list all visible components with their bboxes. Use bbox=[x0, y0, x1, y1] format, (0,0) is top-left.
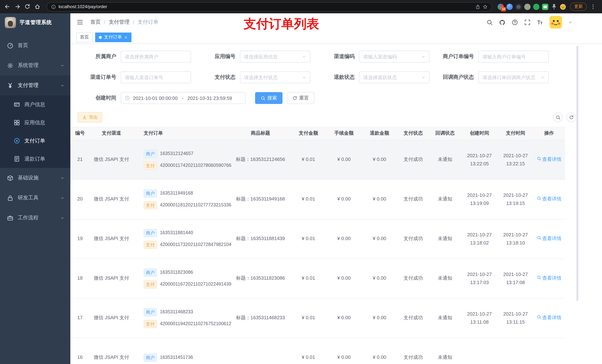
pay-time-cell: 2021-10-2713:18:10 bbox=[498, 219, 533, 259]
reset-button[interactable]: 重置 bbox=[287, 92, 314, 104]
merchant-tag-badge: 商户 bbox=[144, 354, 157, 362]
view-detail-link[interactable]: 查看详情 bbox=[537, 156, 561, 164]
extension-dark-icon[interactable] bbox=[515, 3, 522, 10]
reload-button[interactable] bbox=[24, 3, 31, 10]
create-time-cell bbox=[461, 338, 498, 364]
refresh-table-icon[interactable] bbox=[567, 113, 576, 122]
app-title: 芋道管理系统 bbox=[20, 19, 52, 26]
filter-app-no-field[interactable] bbox=[244, 54, 300, 59]
pay-order-cell: 商户1635311823086支付42000011672021102710224… bbox=[133, 259, 230, 298]
view-detail-link[interactable]: 查看详情 bbox=[537, 195, 561, 203]
toggle-search-icon[interactable] bbox=[553, 113, 563, 122]
page-header: 首页/支付管理/支付订单 支付订单列表 bbox=[70, 13, 602, 31]
extensions-pin-icon[interactable] bbox=[551, 3, 557, 10]
home-button[interactable] bbox=[34, 3, 41, 10]
extension-olive-icon[interactable] bbox=[524, 3, 531, 10]
sidebar-item-home[interactable]: 首页 bbox=[0, 35, 70, 55]
column-header: 退款金额 bbox=[362, 126, 397, 140]
pay-amount-cell: ¥ 0.01 bbox=[291, 298, 326, 338]
browser-menu-icon[interactable] bbox=[589, 3, 597, 10]
order-numbers: 商户1635311451736 bbox=[135, 354, 229, 362]
pay-order-cell: 商户1635311451736 bbox=[133, 338, 230, 364]
sidebar-item-refund-order[interactable]: 退款订单 bbox=[0, 150, 70, 168]
search-button[interactable]: 搜索 bbox=[255, 92, 282, 104]
search-icon bbox=[537, 156, 541, 164]
filter-app-no-select[interactable] bbox=[240, 51, 310, 62]
view-detail-link[interactable]: 查看详情 bbox=[537, 274, 561, 282]
browser-update-button[interactable]: 更新 bbox=[570, 3, 587, 11]
sidebar-item-payment[interactable]: 支付管理 bbox=[0, 75, 70, 95]
export-button[interactable]: 导出 bbox=[78, 112, 102, 123]
order-numbers: 商户1635312124657支付42000011742021102780605… bbox=[135, 150, 229, 170]
pay-time-cell: 2021-10-2713:17:08 bbox=[498, 259, 533, 298]
order-numbers: 商户1635311881440支付42000011732021102728479… bbox=[135, 229, 229, 249]
filter-notify-status-select[interactable] bbox=[478, 71, 549, 83]
filter-channel-code: 渠道编码 bbox=[316, 51, 430, 62]
view-detail-link[interactable]: 查看详情 bbox=[537, 235, 561, 243]
view-detail-link[interactable]: 查看详情 bbox=[537, 314, 561, 322]
bookmark-star-icon[interactable] bbox=[483, 4, 488, 9]
filter-channel-order-no-input[interactable] bbox=[121, 71, 191, 83]
filter-channel-code-field[interactable] bbox=[363, 54, 419, 59]
filter-label: 所属商户 bbox=[78, 53, 121, 60]
view-detail-label: 查看详情 bbox=[542, 235, 561, 243]
create-time-range-input[interactable]: 2021-10-01 00:00:00 - 2021-10-31 23:59:5… bbox=[121, 92, 246, 104]
sidebar-item-devtools[interactable]: 研发工具 bbox=[0, 188, 70, 208]
breadcrumb-item[interactable]: 支付管理 bbox=[109, 19, 129, 26]
table-row: 16微信 JSAPI 支付商户1635311451736¥ 0.01¥ 0.00… bbox=[70, 338, 565, 364]
tags-view: 首页支付订单 bbox=[70, 31, 602, 44]
pay-order-line: 支付4200001181202110277723215336 bbox=[144, 201, 229, 209]
extension-colorful-icon[interactable]: 10 bbox=[498, 3, 504, 10]
devtools-icon bbox=[7, 195, 13, 201]
filter-pay-status-select[interactable] bbox=[240, 71, 310, 83]
sidebar-item-system[interactable]: 系统管理 bbox=[0, 55, 70, 75]
tab-home[interactable]: 首页 bbox=[76, 32, 93, 42]
sidebar-item-pay-order[interactable]: 支付订单 bbox=[0, 132, 70, 150]
sidebar-item-merchant-info[interactable]: 商户信息 bbox=[0, 95, 70, 114]
pay-channel-cell: 微信 JSAPI 支付 bbox=[90, 219, 133, 259]
site-info-icon[interactable] bbox=[51, 4, 56, 9]
pay-order-icon bbox=[14, 138, 20, 144]
order-id-cell: 21 bbox=[70, 140, 90, 179]
filter-pay-status-field[interactable] bbox=[244, 74, 300, 80]
goods-title-cell: 标题：1635311949168 bbox=[230, 179, 291, 219]
tab-pay-order[interactable]: 支付订单 bbox=[95, 32, 131, 42]
back-button[interactable] bbox=[4, 3, 11, 10]
filter-channel-code-select[interactable] bbox=[359, 51, 430, 62]
sidebar-item-workflow[interactable]: 工作流程 bbox=[0, 208, 70, 228]
font-size-icon[interactable] bbox=[537, 19, 543, 25]
forward-button[interactable] bbox=[14, 3, 21, 10]
filter-merchant-order-no-field[interactable] bbox=[483, 54, 545, 59]
filter-merchant-input[interactable] bbox=[121, 51, 191, 62]
filter-notify-status-field[interactable] bbox=[483, 74, 538, 80]
sidebar-item-app-info[interactable]: 应用信息 bbox=[0, 114, 70, 132]
page-scrollbar[interactable] bbox=[576, 46, 578, 301]
chevron-down-icon bbox=[60, 63, 64, 68]
avatar-caret-icon[interactable] bbox=[568, 20, 572, 24]
breadcrumb-item: 支付订单 bbox=[138, 19, 159, 26]
extension-green-circle-icon[interactable] bbox=[533, 3, 539, 10]
extension-chat-icon[interactable] bbox=[542, 3, 548, 10]
sidebar-item-infrastructure[interactable]: 基础设施 bbox=[0, 168, 70, 188]
user-avatar[interactable] bbox=[549, 16, 562, 29]
filter-merchant-order-no-input[interactable] bbox=[478, 51, 549, 62]
chevron-down-icon bbox=[302, 54, 306, 59]
address-bar[interactable]: localhost:1024/pay/order bbox=[47, 2, 492, 11]
pay-order-no: 4200001194202110276752100612 bbox=[160, 320, 231, 328]
pay-status-cell: 支付成功 bbox=[397, 140, 429, 179]
profile-emoji-icon[interactable] bbox=[560, 3, 566, 10]
filter-channel-order-no-field[interactable] bbox=[125, 74, 187, 80]
filter-refund-status-select[interactable] bbox=[359, 71, 430, 83]
hamburger-icon[interactable] bbox=[75, 18, 85, 27]
fullscreen-icon[interactable] bbox=[524, 19, 531, 25]
filter-merchant-field[interactable] bbox=[125, 54, 187, 59]
filter-refund-status-field[interactable] bbox=[363, 74, 419, 80]
help-icon[interactable] bbox=[512, 19, 518, 25]
sidebar-item-label: 工作流程 bbox=[18, 215, 39, 221]
share-icon[interactable] bbox=[475, 4, 480, 9]
github-icon[interactable] bbox=[499, 19, 505, 25]
search-icon[interactable] bbox=[486, 19, 493, 25]
merchant-order-line: 商户1635311949168 bbox=[144, 189, 229, 197]
breadcrumb-item[interactable]: 首页 bbox=[90, 19, 101, 26]
extension-blue-icon[interactable] bbox=[506, 3, 513, 10]
